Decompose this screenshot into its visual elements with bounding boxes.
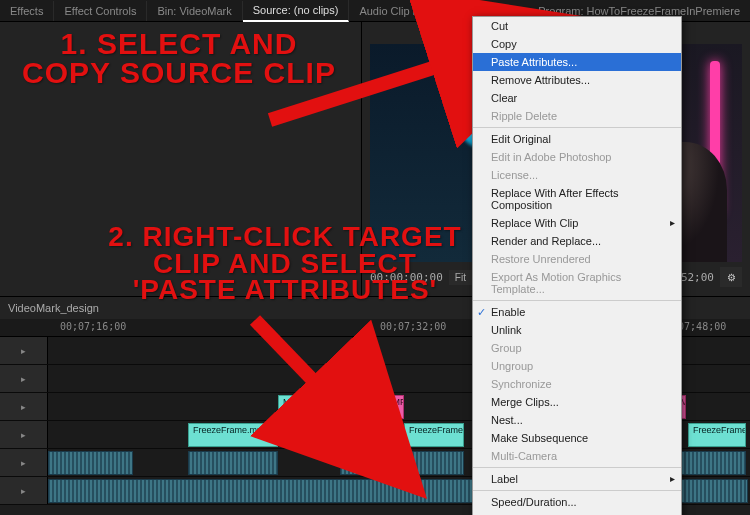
track-head[interactable]: ▸ <box>0 337 48 364</box>
ruler-tick: 00;07;32;00 <box>380 321 446 332</box>
menu-edit-original[interactable]: Edit Original <box>473 130 681 148</box>
track-head[interactable]: ▸ <box>0 449 48 476</box>
chevron-right-icon: ▸ <box>670 473 675 484</box>
tab-effects[interactable]: Effects <box>0 1 54 21</box>
tab-effect-controls[interactable]: Effect Controls <box>54 1 147 21</box>
settings-icon[interactable]: ⚙ <box>720 267 742 287</box>
menu-scene-edit-detection[interactable]: Scene Edit Detection... <box>473 511 681 515</box>
audio-clip[interactable] <box>340 451 464 475</box>
menu-cut[interactable]: Cut <box>473 17 681 35</box>
video-clip-selected[interactable]: MAH01911.MP4 <box>340 395 404 419</box>
audio-clip[interactable] <box>48 451 133 475</box>
menu-nest[interactable]: Nest... <box>473 411 681 429</box>
track-head[interactable]: ▸ <box>0 477 48 504</box>
menu-enable-label: Enable <box>491 306 525 318</box>
menu-remove-attributes[interactable]: Remove Attributes... <box>473 71 681 89</box>
track-head[interactable]: ▸ <box>0 393 48 420</box>
menu-render-replace[interactable]: Render and Replace... <box>473 232 681 250</box>
menu-multicam[interactable]: Multi-Camera <box>473 447 681 465</box>
menu-enable[interactable]: ✓Enable <box>473 303 681 321</box>
menu-copy[interactable]: Copy <box>473 35 681 53</box>
video-clip[interactable]: FreezeFrame <box>688 423 746 447</box>
ruler-tick: 00;07;16;00 <box>60 321 126 332</box>
menu-speed-duration[interactable]: Speed/Duration... <box>473 493 681 511</box>
tab-audio[interactable]: Audio Clip M <box>349 1 432 21</box>
sequence-name[interactable]: VideoMark_design <box>8 302 99 314</box>
menu-clear[interactable]: Clear <box>473 89 681 107</box>
tab-bin[interactable]: Bin: VideoMark <box>147 1 242 21</box>
tab-source[interactable]: Source: (no clips) <box>243 0 350 22</box>
audio-clip[interactable] <box>188 451 278 475</box>
menu-edit-photoshop[interactable]: Edit in Adobe Photoshop <box>473 148 681 166</box>
menu-export-motion[interactable]: Export As Motion Graphics Template... <box>473 268 681 298</box>
annotation-step-1: 1. Select and copy source clip <box>14 30 344 87</box>
check-icon: ✓ <box>477 306 486 319</box>
video-clip[interactable]: FreezeFrame.mp4 [V] <box>188 423 278 447</box>
menu-ripple-delete[interactable]: Ripple Delete <box>473 107 681 125</box>
clip-context-menu: Cut Copy Paste Attributes... Remove Attr… <box>472 16 682 515</box>
track-head[interactable]: ▸ <box>0 365 48 392</box>
track-head[interactable]: ▸ <box>0 421 48 448</box>
menu-license[interactable]: License... <box>473 166 681 184</box>
menu-unlink[interactable]: Unlink <box>473 321 681 339</box>
menu-label[interactable]: Label▸ <box>473 470 681 488</box>
chevron-right-icon: ▸ <box>670 217 675 228</box>
menu-make-subsequence[interactable]: Make Subsequence <box>473 429 681 447</box>
annotation-step-2: 2. Right-click target clip and select 'P… <box>100 224 470 304</box>
menu-paste-attributes[interactable]: Paste Attributes... <box>473 53 681 71</box>
menu-restore[interactable]: Restore Unrendered <box>473 250 681 268</box>
menu-group[interactable]: Group <box>473 339 681 357</box>
video-clip[interactable]: FreezeFrame. <box>404 423 464 447</box>
menu-merge-clips[interactable]: Merge Clips... <box>473 393 681 411</box>
menu-synchronize[interactable]: Synchronize <box>473 375 681 393</box>
video-clip[interactable]: MAH01911.MP4 <box>278 395 338 419</box>
menu-replace-clip[interactable]: Replace With Clip▸ <box>473 214 681 232</box>
menu-replace-ae[interactable]: Replace With After Effects Composition <box>473 184 681 214</box>
menu-ungroup[interactable]: Ungroup <box>473 357 681 375</box>
